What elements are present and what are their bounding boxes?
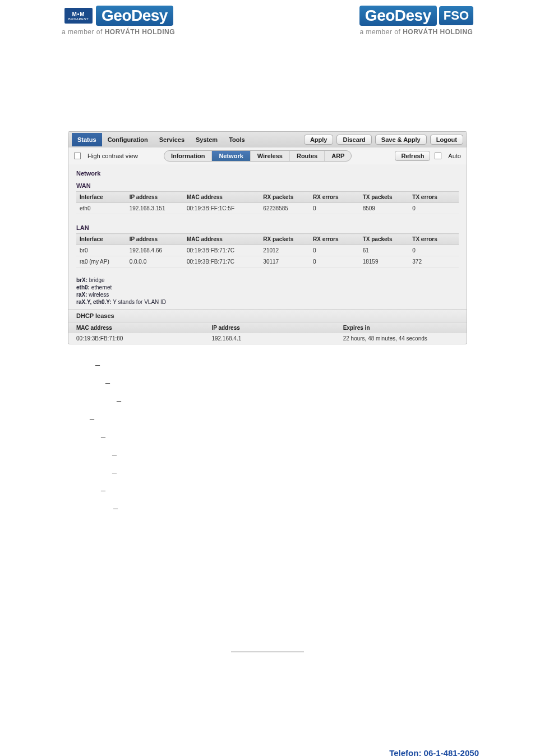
topnav-system[interactable]: System [190, 133, 223, 146]
col-mac-address: MAC address [183, 234, 260, 245]
mom-top: M•M [72, 11, 85, 17]
topnav-services[interactable]: Services [154, 133, 190, 146]
table-row: ra0 (my AP)0.0.0.000:19:3B:FB:71:7C30117… [76, 256, 459, 268]
discard-button[interactable]: Discard [336, 135, 371, 145]
signature-line [231, 652, 304, 652]
high-contrast-label: High contrast view [87, 153, 138, 159]
subtab-arp[interactable]: ARP [325, 151, 351, 161]
col-tx-errors: TX errors [409, 192, 459, 203]
topnav-configuration[interactable]: Configuration [102, 133, 154, 146]
fso-badge: FSO [439, 6, 473, 25]
dash-line: – [84, 374, 485, 391]
page-header: M•M BUDAPEST GeoDesy a member of HORVÁTH… [50, 6, 485, 42]
logo-left: M•M BUDAPEST GeoDesy a member of HORVÁTH… [62, 6, 175, 36]
dash-line: – [84, 445, 485, 463]
dhcp-title: DHCP leases [68, 309, 467, 322]
table-row: br0192.168.4.6600:19:3B:FB:71:7C21012061… [76, 245, 459, 256]
col-tx-packets: TX packets [359, 192, 409, 203]
col-rx-packets: RX packets [260, 192, 310, 203]
mom-badge: M•M BUDAPEST [63, 7, 94, 25]
dash-line: – [84, 481, 485, 499]
table-row: eth0192.168.3.15100:19:3B:FF:1C:5F622385… [76, 203, 459, 214]
col-tx-errors: TX errors [409, 234, 459, 245]
auto-checkbox[interactable] [435, 153, 441, 159]
footer-tel: Telefon: 06-1-481-2050 [379, 748, 479, 756]
subtab-network[interactable]: Network [212, 151, 250, 161]
refresh-button[interactable]: Refresh [395, 151, 430, 161]
dash-line: – [84, 356, 485, 374]
topnav-status[interactable]: Status [72, 133, 102, 146]
app-window: StatusConfigurationServicesSystemTools A… [68, 131, 467, 344]
lan-title: LAN [76, 224, 459, 231]
geodesy-logo: GeoDesy [96, 6, 173, 26]
dhcp-table: MAC addressIP addressExpires in 00:19:3B… [68, 322, 467, 344]
footer-right: Telefon: 06-1-481-2050 Fax.: 06-1-481-20… [379, 748, 479, 756]
network-title: Network [76, 170, 459, 177]
wan-title: WAN [76, 182, 459, 189]
topnav-tools[interactable]: Tools [223, 133, 251, 146]
dash-line: – [84, 427, 485, 445]
col-expires-in: Expires in [335, 322, 467, 333]
geodesy-logo-right: GeoDesy [359, 6, 437, 26]
wan-table: InterfaceIP addressMAC addressRX packets… [76, 191, 459, 214]
member-line-right: a member of HORVÁTH HOLDING [359, 28, 473, 36]
top-toolbar: StatusConfigurationServicesSystemTools A… [68, 132, 467, 147]
top-nav: StatusConfigurationServicesSystemTools [72, 133, 251, 146]
col-rx-errors: RX errors [310, 192, 359, 203]
subtab-routes[interactable]: Routes [290, 151, 325, 161]
col-rx-errors: RX errors [310, 234, 359, 245]
page-footer: GeoDesy Kft. H-1116 Budapest, Kondorfa s… [50, 748, 485, 756]
auto-label: Auto [448, 153, 461, 159]
dash-line: – [84, 409, 485, 427]
interface-legend: brX: bridge eth0: ethernet raX: wireless… [68, 270, 467, 309]
col-rx-packets: RX packets [260, 234, 310, 245]
sub-tabs: InformationNetworkWirelessRoutesARP [164, 150, 352, 162]
apply-button[interactable]: Apply [304, 135, 334, 145]
col-interface: Interface [76, 234, 126, 245]
table-row: 00:19:3B:FB:71:80192.168.4.122 hours, 48… [68, 333, 467, 344]
col-ip-address: IP address [204, 322, 335, 333]
mom-bottom: BUDAPEST [68, 17, 89, 21]
logout-button[interactable]: Logout [430, 135, 463, 145]
col-ip-address: IP address [126, 192, 183, 203]
member-line-left: a member of HORVÁTH HOLDING [62, 28, 175, 36]
sub-toolbar: High contrast view InformationNetworkWir… [68, 147, 467, 164]
dash-line: – [84, 391, 485, 409]
lan-table: InterfaceIP addressMAC addressRX packets… [76, 233, 459, 268]
dash-line: – [84, 463, 485, 481]
subtab-information[interactable]: Information [164, 151, 213, 161]
bullet-dashes: ––––––––– [50, 344, 485, 517]
dash-line: – [84, 499, 485, 517]
logo-right: GeoDesy FSO a member of HORVÁTH HOLDING [359, 6, 473, 36]
save-apply-button[interactable]: Save & Apply [375, 135, 427, 145]
high-contrast-checkbox[interactable] [74, 153, 81, 159]
col-mac-address: MAC address [183, 192, 260, 203]
col-tx-packets: TX packets [359, 234, 409, 245]
col-interface: Interface [76, 192, 126, 203]
col-mac-address: MAC address [68, 322, 204, 333]
subtab-wireless[interactable]: Wireless [251, 151, 290, 161]
col-ip-address: IP address [126, 234, 183, 245]
